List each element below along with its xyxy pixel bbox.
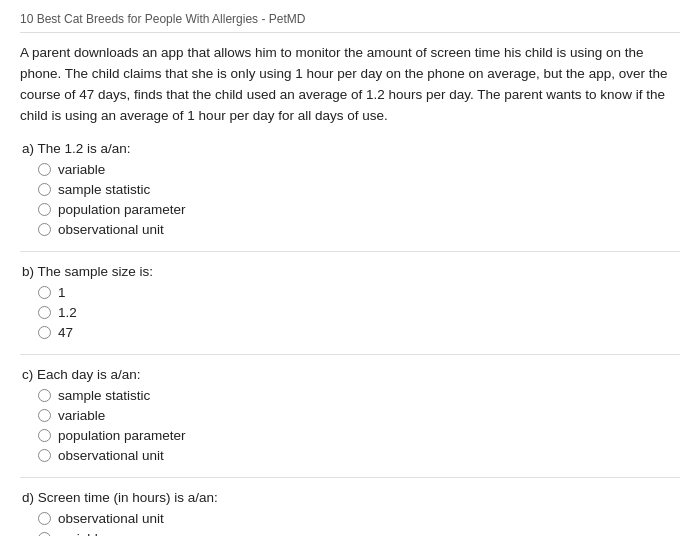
question-a-options: variable sample statistic population par…	[20, 162, 680, 237]
radio-d-observational-unit	[38, 512, 51, 525]
option-a-variable-label: variable	[58, 162, 105, 177]
radio-b-47	[38, 326, 51, 339]
question-c-label: c) Each day is a/an:	[20, 367, 680, 382]
radio-a-population-parameter	[38, 203, 51, 216]
question-a: a) The 1.2 is a/an: variable sample stat…	[20, 141, 680, 237]
option-c-variable-label: variable	[58, 408, 105, 423]
option-d-observational-unit-label: observational unit	[58, 511, 164, 526]
top-bar-text: 10 Best Cat Breeds for People With Aller…	[20, 12, 305, 26]
option-d-observational-unit[interactable]: observational unit	[38, 511, 680, 526]
option-a-population-parameter-label: population parameter	[58, 202, 186, 217]
radio-c-sample-statistic	[38, 389, 51, 402]
option-b-1point2[interactable]: 1.2	[38, 305, 680, 320]
option-b-47[interactable]: 47	[38, 325, 680, 340]
option-a-population-parameter[interactable]: population parameter	[38, 202, 680, 217]
option-b-1[interactable]: 1	[38, 285, 680, 300]
option-c-observational-unit[interactable]: observational unit	[38, 448, 680, 463]
question-b-label: b) The sample size is:	[20, 264, 680, 279]
question-d: d) Screen time (in hours) is a/an: obser…	[20, 490, 680, 536]
radio-d-variable	[38, 532, 51, 536]
top-bar: 10 Best Cat Breeds for People With Aller…	[20, 12, 680, 33]
option-a-observational-unit[interactable]: observational unit	[38, 222, 680, 237]
radio-b-1	[38, 286, 51, 299]
option-c-observational-unit-label: observational unit	[58, 448, 164, 463]
question-c-options: sample statistic variable population par…	[20, 388, 680, 463]
question-d-label: d) Screen time (in hours) is a/an:	[20, 490, 680, 505]
question-c: c) Each day is a/an: sample statistic va…	[20, 367, 680, 463]
option-c-variable[interactable]: variable	[38, 408, 680, 423]
page-container: 10 Best Cat Breeds for People With Aller…	[0, 0, 700, 536]
question-b-options: 1 1.2 47	[20, 285, 680, 340]
divider-bc	[20, 354, 680, 355]
option-d-variable[interactable]: variable	[38, 531, 680, 536]
option-b-47-label: 47	[58, 325, 73, 340]
radio-a-sample-statistic	[38, 183, 51, 196]
radio-c-population-parameter	[38, 429, 51, 442]
passage-text: A parent downloads an app that allows hi…	[20, 43, 680, 127]
question-d-options: observational unit variable	[20, 511, 680, 536]
option-b-1point2-label: 1.2	[58, 305, 77, 320]
option-c-population-parameter[interactable]: population parameter	[38, 428, 680, 443]
option-a-variable[interactable]: variable	[38, 162, 680, 177]
radio-c-observational-unit	[38, 449, 51, 462]
question-b: b) The sample size is: 1 1.2 47	[20, 264, 680, 340]
option-b-1-label: 1	[58, 285, 66, 300]
option-a-sample-statistic-label: sample statistic	[58, 182, 150, 197]
divider-ab	[20, 251, 680, 252]
option-d-variable-label: variable	[58, 531, 105, 536]
option-a-sample-statistic[interactable]: sample statistic	[38, 182, 680, 197]
option-a-observational-unit-label: observational unit	[58, 222, 164, 237]
option-c-sample-statistic[interactable]: sample statistic	[38, 388, 680, 403]
divider-cd	[20, 477, 680, 478]
option-c-population-parameter-label: population parameter	[58, 428, 186, 443]
radio-a-observational-unit	[38, 223, 51, 236]
radio-a-variable	[38, 163, 51, 176]
option-c-sample-statistic-label: sample statistic	[58, 388, 150, 403]
question-a-label: a) The 1.2 is a/an:	[20, 141, 680, 156]
radio-c-variable	[38, 409, 51, 422]
radio-b-1point2	[38, 306, 51, 319]
